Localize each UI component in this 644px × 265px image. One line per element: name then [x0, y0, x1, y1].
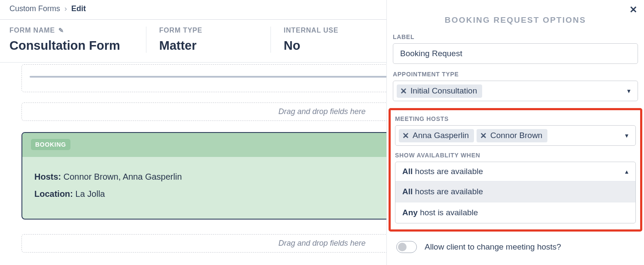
allow-change-hosts-toggle[interactable]	[396, 241, 417, 253]
label-input[interactable]	[393, 43, 638, 64]
hosts-value: Connor Brown, Anna Gasperlin	[61, 172, 182, 181]
appointment-type-value: Initial Consultation	[410, 86, 477, 96]
meeting-hosts-select[interactable]: ✕ Anna Gasperlin ✕ Connor Brown ▼	[395, 125, 636, 146]
chevron-down-icon[interactable]: ▼	[624, 132, 629, 139]
options-panel: ✕ BOOKING REQUEST OPTIONS LABEL APPOINTM…	[386, 0, 644, 265]
host-pill-1: Connor Brown	[490, 131, 542, 140]
location-value: La Jolla	[73, 189, 105, 199]
panel-title: BOOKING REQUEST OPTIONS	[392, 15, 639, 25]
availability-option-all[interactable]: All hosts are available	[395, 181, 635, 202]
breadcrumb-root[interactable]: Custom Forms	[9, 4, 60, 13]
chevron-right-icon: ›	[64, 4, 67, 13]
form-type-label: FORM TYPE	[159, 27, 203, 34]
chevron-up-icon: ▲	[624, 169, 629, 175]
internal-use-value: No	[284, 39, 339, 53]
label-field-label: LABEL	[393, 33, 638, 40]
appointment-type-select[interactable]: ✕ Initial Consultation ▼	[393, 81, 638, 101]
form-type-value: Matter	[159, 39, 245, 53]
appointment-type-label: APPOINTMENT TYPE	[393, 71, 638, 78]
availability-selected[interactable]: All hosts are available ▲	[395, 162, 635, 181]
meeting-hosts-label: MEETING HOSTS	[395, 115, 636, 122]
remove-host-icon[interactable]: ✕	[480, 131, 487, 141]
host-pill-0: Anna Gasperlin	[413, 131, 469, 140]
toggle-label: Allow client to change meeting hosts?	[425, 242, 561, 252]
highlighted-section: MEETING HOSTS ✕ Anna Gasperlin ✕ Connor …	[389, 108, 642, 232]
location-label: Location:	[34, 189, 73, 199]
remove-appointment-type-icon[interactable]: ✕	[400, 86, 407, 96]
toggle-knob	[398, 243, 407, 251]
availability-label: SHOW AVAILABLITY WHEN	[395, 152, 636, 159]
availability-option-any[interactable]: Any host is available	[395, 202, 635, 223]
hosts-label: Hosts:	[34, 172, 61, 181]
availability-dropdown[interactable]: All hosts are available ▲ All hosts are …	[395, 162, 636, 223]
form-name-label: FORM NAME	[9, 27, 55, 34]
booking-badge: BOOKING	[31, 139, 70, 150]
form-name-value: Consultation Form	[9, 39, 120, 53]
internal-use-label: INTERNAL USE	[284, 27, 339, 34]
edit-icon[interactable]: ✎	[58, 27, 64, 34]
close-icon[interactable]: ✕	[629, 4, 637, 15]
breadcrumb-current: Edit	[71, 4, 86, 13]
chevron-down-icon[interactable]: ▼	[626, 88, 632, 94]
remove-host-icon[interactable]: ✕	[402, 131, 409, 141]
